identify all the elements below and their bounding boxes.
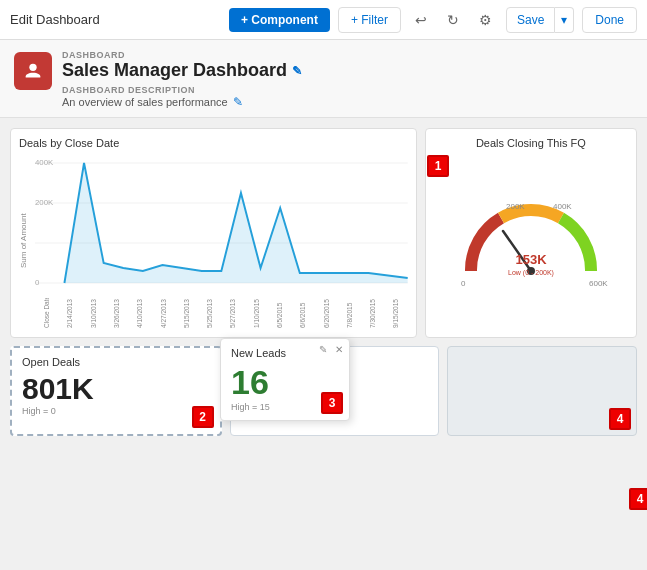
new-leads-edit-btn[interactable]: ✎ — [317, 343, 329, 356]
done-button[interactable]: Done — [582, 7, 637, 33]
x-label: 3/26/2013 — [113, 298, 120, 328]
svg-text:200K: 200K — [35, 198, 54, 207]
svg-text:0: 0 — [461, 279, 466, 288]
deals-chart-title: Deals by Close Date — [19, 137, 408, 149]
edit-name-icon[interactable]: ✎ — [292, 64, 302, 78]
charts-row: Deals by Close Date Sum of Amount 400K 2… — [10, 128, 637, 338]
dashboard-info: DASHBOARD Sales Manager Dashboard ✎ DASH… — [0, 40, 647, 118]
x-axis-labels: Close Date 2/14/2013 3/10/2013 3/26/2013… — [35, 298, 408, 328]
bottom-row: Open Deals 801K High = 0 2 New Activitie… — [10, 346, 637, 436]
add-filter-button[interactable]: + Filter — [338, 7, 401, 33]
dashboard-label: DASHBOARD — [62, 50, 302, 60]
x-label: 9/15/2015 — [392, 298, 399, 328]
x-label: 6/20/2015 — [323, 298, 330, 328]
gauge-svg: 0 200K 400K 600K 153K Low (0 - 200K) — [451, 191, 611, 291]
main-content: Deals by Close Date Sum of Amount 400K 2… — [0, 118, 647, 570]
x-label: 4/10/2013 — [136, 298, 143, 328]
deals-closing-card: Deals Closing This FQ 0 200K 400K — [425, 128, 637, 338]
svg-text:Low (0 - 200K): Low (0 - 200K) — [508, 269, 554, 277]
x-label: 5/27/2013 — [229, 298, 236, 328]
new-leads-card-controls: ✎ ✕ — [317, 343, 345, 356]
page-title: Edit Dashboard — [10, 12, 221, 27]
placeholder-card-4: 4 — [447, 346, 637, 436]
add-component-button[interactable]: + Component — [229, 8, 330, 32]
x-label: 5/25/2013 — [206, 298, 213, 328]
settings-button[interactable]: ⚙ — [473, 8, 498, 32]
save-group: Save ▾ — [506, 7, 574, 33]
svg-text:400K: 400K — [553, 202, 572, 211]
deals-closing-title: Deals Closing This FQ — [476, 137, 586, 149]
svg-text:153K: 153K — [515, 252, 547, 267]
header: Edit Dashboard + Component + Filter ↩ ↻ … — [0, 0, 647, 40]
dashboard-text: DASHBOARD Sales Manager Dashboard ✎ DASH… — [62, 50, 302, 109]
open-deals-value: 801K — [22, 372, 210, 406]
undo-button[interactable]: ↩ — [409, 8, 433, 32]
line-chart-svg: 400K 200K 0 — [35, 153, 408, 293]
badge-2: 2 — [192, 406, 214, 428]
x-label: 6/6/2015 — [299, 298, 306, 328]
dashboard-icon — [14, 52, 52, 90]
save-dropdown-button[interactable]: ▾ — [555, 7, 574, 33]
x-label: Close Date — [43, 298, 50, 328]
svg-point-0 — [29, 64, 36, 71]
badge-4: 4 — [609, 408, 631, 430]
x-label: 7/8/2015 — [346, 298, 353, 328]
line-chart-container: Sum of Amount 400K 200K 0 — [19, 153, 408, 328]
dashboard-desc: An overview of sales performance ✎ — [62, 95, 302, 109]
badge-1: 1 — [427, 155, 449, 177]
x-label: 4/27/2013 — [160, 298, 167, 328]
svg-text:400K: 400K — [35, 158, 54, 167]
deals-by-close-date-card: Deals by Close Date Sum of Amount 400K 2… — [10, 128, 417, 338]
svg-marker-8 — [64, 163, 407, 283]
new-leads-card: ✎ ✕ New Leads 16 High = 15 3 — [220, 338, 350, 421]
x-label: 7/30/2015 — [369, 298, 376, 328]
save-button[interactable]: Save — [506, 7, 555, 33]
x-label: 6/5/2015 — [276, 298, 283, 328]
edit-desc-icon[interactable]: ✎ — [233, 95, 243, 109]
gauge-container: 0 200K 400K 600K 153K Low (0 - 200K) — [434, 153, 628, 329]
open-deals-card: Open Deals 801K High = 0 2 — [10, 346, 222, 436]
svg-text:600K: 600K — [589, 279, 608, 288]
badge-4-fixed: 4 — [629, 488, 647, 510]
x-label: 3/10/2013 — [90, 298, 97, 328]
svg-text:200K: 200K — [506, 202, 525, 211]
badge-3: 3 — [321, 392, 343, 414]
chart-area: 400K 200K 0 Close Date 2/14/2013 3/10/20… — [35, 153, 408, 328]
svg-text:0: 0 — [35, 278, 40, 287]
redo-button[interactable]: ↻ — [441, 8, 465, 32]
x-label: 5/15/2013 — [183, 298, 190, 328]
dashboard-name: Sales Manager Dashboard ✎ — [62, 60, 302, 81]
new-leads-close-btn[interactable]: ✕ — [333, 343, 345, 356]
dashboard-desc-label: DASHBOARD DESCRIPTION — [62, 85, 302, 95]
open-deals-title: Open Deals — [22, 356, 210, 368]
x-label: 1/10/2015 — [253, 298, 260, 328]
y-axis-label: Sum of Amount — [19, 153, 35, 328]
x-label: 2/14/2013 — [66, 298, 73, 328]
open-deals-sub: High = 0 — [22, 406, 210, 416]
